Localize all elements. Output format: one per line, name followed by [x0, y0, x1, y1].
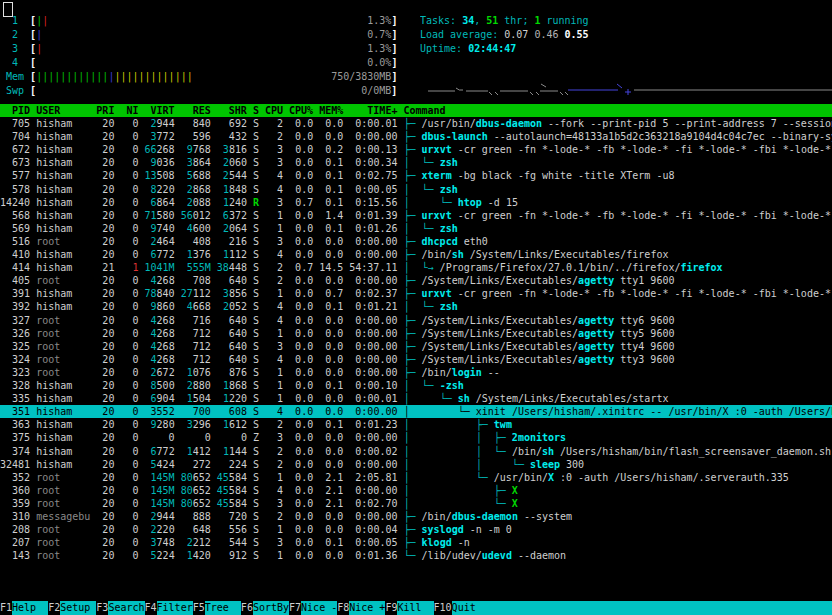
fkey-F3[interactable]: F3Search	[96, 601, 144, 615]
process-row-327[interactable]: 327 root 20 0 4268 716 640 S 4 0.0 0.0 0…	[0, 314, 832, 327]
tree-branch: │ ├─	[404, 419, 494, 430]
process-row-335[interactable]: 335 hisham 20 0 6904 1504 1220 S 1 0.0 0…	[0, 392, 832, 405]
cell-mem-value: 372	[229, 210, 247, 221]
tree-branch: │ └─	[403, 498, 511, 509]
process-row-328[interactable]: 328 hisham 20 0 8500 2880 1868 S 1 0.0 0…	[0, 379, 832, 392]
cell-command-path: /bin/	[422, 367, 452, 378]
cell-mem-value: 464	[157, 236, 175, 247]
meter-bracket-close: ]	[391, 15, 397, 26]
column-header-ni[interactable]: NI	[120, 105, 144, 116]
cell-user: root	[36, 498, 96, 509]
cell-mem-value: 1041M	[145, 262, 175, 273]
cell-nice: 0	[120, 328, 138, 339]
meter-space	[48, 15, 367, 26]
cell-command-args: --system	[518, 511, 572, 522]
process-row-326[interactable]: 326 root 20 0 4268 712 640 S 1 0.0 0.0 0…	[0, 327, 832, 340]
cell-command-args: /Users/hisham/bin/flash_screensaver_daem…	[554, 446, 831, 457]
cell-command-path: /Programs/Firefox/27.0.1/bin/../firefox/	[440, 262, 681, 273]
process-row-325[interactable]: 325 root 20 0 4268 712 640 S 3 0.0 0.0 0…	[0, 340, 832, 353]
cell-nice: 0	[120, 550, 138, 561]
process-row-208[interactable]: 208 root 20 0 2220 648 556 S 1 0.0 0.0 0…	[0, 523, 832, 536]
process-row-310[interactable]: 310 messagebu 20 0 2944 888 720 S 2 0.0 …	[0, 510, 832, 523]
meter-bracket-close: ]	[391, 57, 397, 68]
process-row-578[interactable]: 578 hisham 20 0 8220 2868 1848 S 4 0.0 0…	[0, 183, 832, 196]
column-header-shr[interactable]: SHR	[217, 105, 253, 116]
tasks-summary-seg: thr;	[498, 15, 534, 26]
fkey-F4[interactable]: F4Filter	[145, 601, 193, 615]
process-row-705[interactable]: 705 hisham 20 0 2944 840 692 S 2 0.0 0.0…	[0, 117, 832, 130]
column-header-res[interactable]: RES	[181, 105, 217, 116]
column-header-user[interactable]: USER	[36, 105, 96, 116]
column-header-s[interactable]: S	[253, 105, 265, 116]
process-row-410[interactable]: 410 hisham 20 0 6772 1376 1112 S 4 0.0 0…	[0, 248, 832, 261]
cell-mem-value: 612	[229, 419, 247, 430]
process-row-568[interactable]: 568 hisham 20 0 71580 56012 6372 S 1 0.0…	[0, 209, 832, 222]
process-row-351[interactable]: 351 hisham 20 0 3552 700 608 S 4 0.0 0.0…	[0, 405, 832, 418]
process-row-352[interactable]: 352 root 20 0 145M 80652 45584 S 1 0.0 2…	[0, 471, 832, 484]
tree-branch: │ │ └─	[404, 446, 512, 457]
cell-nice: 0	[120, 118, 138, 129]
cell-nice: 0	[120, 341, 138, 352]
process-row-704[interactable]: 704 hisham 20 0 3772 596 432 S 2 0.0 0.0…	[0, 130, 832, 143]
cell-mem-value: 640	[217, 354, 247, 365]
process-row-323[interactable]: 323 root 20 0 2672 1076 876 S 1 0.0 0.0 …	[0, 366, 832, 379]
tree-branch: ├─	[404, 511, 422, 522]
column-header-pid[interactable]: PID	[0, 105, 36, 116]
column-header-command[interactable]: Command	[403, 105, 445, 116]
column-header-cpu[interactable]: CPU	[265, 105, 289, 116]
process-row-516[interactable]: 516 root 20 0 2464 408 216 S 3 0.0 0.0 0…	[0, 235, 832, 248]
process-row-577[interactable]: 577 hisham 20 0 13508 5688 2544 S 4 0.0 …	[0, 169, 832, 182]
process-row-392[interactable]: 392 hisham 20 0 9860 4668 2052 S 4 0.0 0…	[0, 300, 832, 313]
cell-pid: 359	[0, 498, 36, 509]
fkey-F8[interactable]: F8Nice +	[337, 601, 385, 615]
process-row-143[interactable]: 143 root 20 0 5224 1420 912 S 1 0.0 0.0 …	[0, 549, 832, 562]
process-row-360[interactable]: 360 root 20 0 145M 80652 45584 S 4 0.0 2…	[0, 484, 832, 497]
cell-mem-value: 296	[193, 419, 211, 430]
load-average-seg: 0.07	[504, 29, 534, 40]
fkey-F6[interactable]: F6SortBy	[241, 601, 289, 615]
cell-mem-value: 672	[157, 367, 175, 378]
cell-stats: 3 0.0 0.0 0:00.00	[259, 236, 404, 247]
process-row-673[interactable]: 673 hisham 20 0 9036 3864 2060 S 3 0.0 0…	[0, 156, 832, 169]
cell-mem-value: 720	[217, 511, 247, 522]
cell-mem-value: 640	[217, 275, 247, 286]
fkey-key-F5: F5	[193, 601, 205, 615]
cell-user: hisham	[36, 406, 96, 417]
cell-stats: 4 0.0 2.1 0:00.00	[259, 485, 404, 496]
process-row-14240[interactable]: 14240 hisham 20 0 6864 2088 1240 R 3 0.7…	[0, 196, 832, 209]
column-header-pri[interactable]: PRI	[96, 105, 120, 116]
cell-mem-value: 13	[145, 170, 157, 181]
cell-command-basename: twm	[494, 419, 512, 430]
cell-mem-value: 712	[181, 354, 211, 365]
process-row-324[interactable]: 324 root 20 0 4268 712 640 S 4 0.0 0.0 0…	[0, 353, 832, 366]
process-row-569[interactable]: 569 hisham 20 0 9740 4600 2064 S 1 0.0 0…	[0, 222, 832, 235]
column-header-virt[interactable]: VIRT	[145, 105, 181, 116]
process-row-375[interactable]: 375 hisham 20 0 0 0 0 Z 3 0.0 0.0 0:00.0…	[0, 431, 832, 444]
column-header-cpu[interactable]: CPU%	[289, 105, 319, 116]
column-header-time[interactable]: TIME+	[349, 105, 403, 116]
cell-pri: 20	[96, 184, 120, 195]
process-row-391[interactable]: 391 hisham 20 0 78840 27112 3856 S 1 0.0…	[0, 287, 832, 300]
meter-bracket-close: ]	[391, 71, 397, 82]
process-row-363[interactable]: 363 hisham 20 0 9280 3296 1612 S 2 0.0 0…	[0, 418, 832, 431]
cell-pri: 20	[96, 511, 120, 522]
process-row-414[interactable]: 414 hisham 21 1 1041M 555M 38448 S 2 0.7…	[0, 261, 832, 274]
fkey-F1[interactable]: F1Help	[0, 601, 48, 615]
cell-mem-value: 272	[181, 459, 211, 470]
fkey-F7[interactable]: F7Nice -	[289, 601, 337, 615]
cell-nice: 0	[120, 249, 138, 260]
cell-stats: 2 0.0 0.0 0:00.02	[259, 446, 404, 457]
column-header-mem[interactable]: MEM%	[319, 105, 349, 116]
fkey-F9[interactable]: F9Kill	[385, 601, 433, 615]
cell-mem-value: 38	[217, 262, 229, 273]
process-row-207[interactable]: 207 root 20 0 3748 2212 544 S 3 0.0 0.1 …	[0, 536, 832, 549]
tree-branch: │ ├─	[403, 485, 511, 496]
process-row-359[interactable]: 359 root 20 0 145M 80652 45584 S 3 0.0 2…	[0, 497, 832, 510]
process-row-32481[interactable]: 32481 hisham 20 0 5424 272 224 S 2 0.0 0…	[0, 458, 832, 471]
fkey-F5[interactable]: F5Tree	[193, 601, 241, 615]
fkey-F10[interactable]: F10Quit	[434, 601, 476, 615]
process-row-405[interactable]: 405 root 20 0 4268 708 640 S 2 0.0 0.0 0…	[0, 274, 832, 287]
process-row-374[interactable]: 374 hisham 20 0 6772 1412 1144 S 2 0.0 0…	[0, 445, 832, 458]
process-row-672[interactable]: 672 hisham 20 0 66268 9768 3816 S 3 0.0 …	[0, 143, 832, 156]
fkey-F2[interactable]: F2Setup	[48, 601, 96, 615]
